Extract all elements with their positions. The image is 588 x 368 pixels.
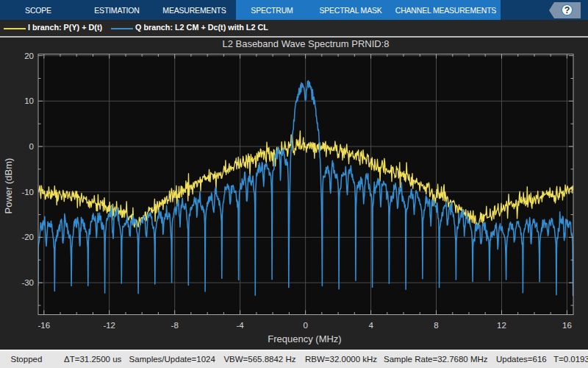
svg-text:8: 8 [434, 321, 438, 330]
svg-text:Power (dBm): Power (dBm) [3, 158, 14, 214]
svg-text:4: 4 [368, 321, 373, 330]
svg-text:-16: -16 [37, 321, 50, 330]
svg-text:20: 20 [24, 52, 34, 60]
svg-text:-20: -20 [21, 233, 34, 241]
svg-text:?: ? [564, 5, 570, 15]
svg-text:10: 10 [24, 96, 34, 105]
svg-text:-8: -8 [171, 321, 179, 330]
svg-text:-10: -10 [21, 188, 34, 197]
svg-text:16: 16 [562, 321, 572, 330]
svg-text:-30: -30 [21, 278, 34, 287]
svg-text:-12: -12 [103, 321, 115, 330]
svg-text:-4: -4 [236, 321, 244, 330]
svg-text:Frequency (MHz): Frequency (MHz) [268, 333, 341, 344]
svg-text:12: 12 [497, 321, 506, 330]
svg-text:0: 0 [303, 321, 307, 330]
svg-text:0: 0 [29, 142, 34, 151]
